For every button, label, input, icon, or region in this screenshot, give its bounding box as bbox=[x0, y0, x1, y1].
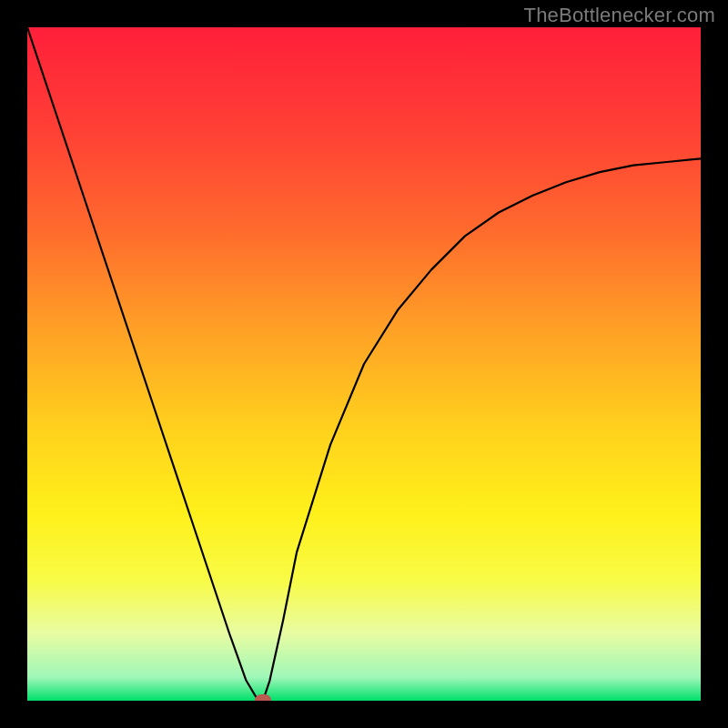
plot-area bbox=[27, 27, 701, 701]
watermark-text: TheBottlenecker.com bbox=[524, 4, 715, 27]
chart-svg bbox=[27, 27, 701, 701]
optimal-marker bbox=[255, 694, 271, 701]
chart-frame: TheBottlenecker.com bbox=[0, 0, 728, 728]
